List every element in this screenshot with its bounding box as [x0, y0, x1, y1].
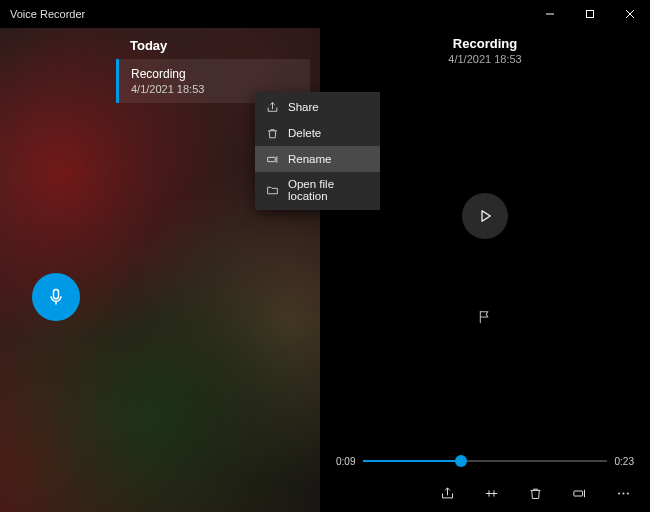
share-button[interactable] — [438, 484, 456, 502]
menu-item-share[interactable]: Share — [255, 94, 380, 120]
svg-point-14 — [626, 492, 628, 494]
section-header-today: Today — [0, 34, 320, 59]
current-time: 0:09 — [336, 456, 355, 467]
timeline: 0:09 0:23 — [320, 452, 650, 476]
share-icon — [440, 486, 455, 501]
svg-rect-10 — [573, 491, 582, 496]
bottom-action-bar — [320, 476, 650, 512]
menu-item-delete[interactable]: Delete — [255, 120, 380, 146]
recording-item-title: Recording — [131, 67, 300, 81]
more-button[interactable] — [614, 484, 632, 502]
svg-marker-6 — [482, 210, 490, 221]
svg-rect-4 — [54, 290, 59, 299]
play-icon — [476, 207, 494, 225]
delete-button[interactable] — [526, 484, 544, 502]
menu-item-rename[interactable]: Rename — [255, 146, 380, 172]
detail-title: Recording — [320, 36, 650, 51]
rename-icon — [572, 486, 587, 501]
svg-rect-15 — [267, 157, 275, 161]
maximize-button[interactable] — [570, 0, 610, 28]
seek-slider[interactable] — [363, 452, 606, 470]
trash-icon — [265, 126, 279, 140]
menu-item-open-location[interactable]: Open file location — [255, 172, 380, 208]
trim-button[interactable] — [482, 484, 500, 502]
detail-header: Recording 4/1/2021 18:53 — [320, 28, 650, 65]
minimize-button[interactable] — [530, 0, 570, 28]
flag-marker-icon[interactable] — [477, 309, 493, 325]
svg-point-12 — [618, 492, 620, 494]
window-title: Voice Recorder — [10, 8, 85, 20]
menu-item-label: Share — [288, 101, 319, 113]
trim-icon — [484, 486, 499, 501]
rename-button[interactable] — [570, 484, 588, 502]
folder-icon — [265, 183, 279, 197]
more-icon — [616, 486, 631, 501]
rename-icon — [265, 152, 279, 166]
detail-subtitle: 4/1/2021 18:53 — [320, 53, 650, 65]
total-time: 0:23 — [615, 456, 634, 467]
svg-rect-1 — [587, 11, 594, 18]
record-button[interactable] — [32, 273, 80, 321]
menu-item-label: Rename — [288, 153, 331, 165]
microphone-icon — [46, 287, 66, 307]
close-button[interactable] — [610, 0, 650, 28]
share-icon — [265, 100, 279, 114]
context-menu: Share Delete Rename Open file location — [255, 92, 380, 210]
play-button[interactable] — [462, 193, 508, 239]
trash-icon — [528, 486, 543, 501]
svg-point-13 — [622, 492, 624, 494]
menu-item-label: Open file location — [288, 178, 370, 202]
titlebar: Voice Recorder — [0, 0, 650, 28]
menu-item-label: Delete — [288, 127, 321, 139]
